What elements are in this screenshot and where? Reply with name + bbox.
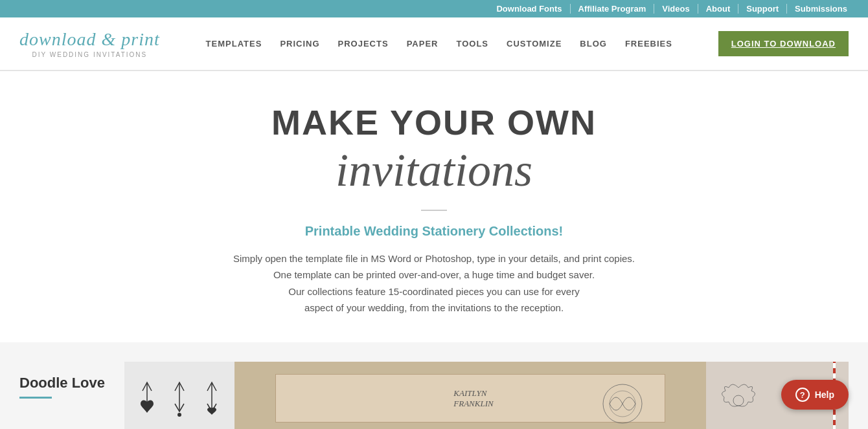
doodle-arrow-3-icon xyxy=(202,379,222,418)
card-label-underline xyxy=(19,397,52,399)
hero-divider xyxy=(421,210,447,211)
blog-nav[interactable]: BLOG xyxy=(571,39,616,49)
doodle-arrow-2-icon xyxy=(170,379,189,418)
doodle-icons xyxy=(131,373,228,424)
svg-point-6 xyxy=(733,395,744,406)
hero-title-top: MAKE YOUR OWN xyxy=(13,104,855,142)
hero-section: MAKE YOUR OWN invitations Printable Wedd… xyxy=(0,71,868,342)
main-navigation: TEMPLATES PRICING PROJECTS PAPER TOOLS C… xyxy=(197,39,681,49)
doodle-item-2 xyxy=(170,379,189,418)
help-button[interactable]: ? Help xyxy=(781,380,849,410)
doodle-image xyxy=(124,362,234,429)
logo: download & print DIY WEDDING INVITATIONS xyxy=(19,29,160,58)
hero-desc-line3: Our collections feature 15-coordinated p… xyxy=(288,286,579,297)
svg-point-2 xyxy=(177,413,181,417)
login-button[interactable]: LOGIN TO DOWNLOAD xyxy=(718,31,849,56)
floral-doodle-icon xyxy=(713,375,764,426)
paper-nav[interactable]: PAPER xyxy=(398,39,448,49)
support-link[interactable]: Support xyxy=(738,4,787,14)
hero-desc-line2: One template can be printed over-and-ove… xyxy=(273,269,595,280)
tools-nav[interactable]: TOOLS xyxy=(447,39,497,49)
envelope-name-2: FRANKLIN xyxy=(453,399,493,409)
doodle-item-1 xyxy=(137,379,157,418)
header: download & print DIY WEDDING INVITATIONS… xyxy=(0,17,868,71)
hero-subtitle: Printable Wedding Stationery Collections… xyxy=(13,224,855,239)
videos-link[interactable]: Videos xyxy=(654,4,698,14)
hero-title-italic: invitations xyxy=(13,145,855,196)
right-card-doodle xyxy=(713,375,764,429)
envelope-decoration-icon xyxy=(584,378,661,429)
logo-sub: DIY WEDDING INVITATIONS xyxy=(19,51,160,58)
pricing-nav[interactable]: PRICING xyxy=(271,39,328,49)
doodle-item-3 xyxy=(202,379,222,418)
hero-desc-line4: aspect of your wedding, from the invitat… xyxy=(304,302,564,313)
projects-nav[interactable]: PROJECTS xyxy=(329,39,398,49)
cards-section: Doodle Love xyxy=(0,342,868,429)
card-label-area: Doodle Love xyxy=(19,362,105,405)
download-fonts-link[interactable]: Download Fonts xyxy=(488,4,570,14)
doodle-arrow-1-icon xyxy=(137,379,157,418)
cards-content: KAITLYN FRANKLIN xyxy=(124,362,849,429)
help-icon: ? xyxy=(795,388,810,402)
help-label: Help xyxy=(815,390,834,400)
top-bar: Download Fonts Affiliate Program Videos … xyxy=(0,0,868,17)
card-label-title: Doodle Love xyxy=(19,375,105,391)
logo-text: download & print xyxy=(19,29,160,50)
affiliate-program-link[interactable]: Affiliate Program xyxy=(571,4,655,14)
about-link[interactable]: About xyxy=(698,4,739,14)
hero-description: Simply open the template file in MS Word… xyxy=(201,250,667,316)
templates-nav[interactable]: TEMPLATES xyxy=(197,39,271,49)
freebies-nav[interactable]: FREEBIES xyxy=(616,39,681,49)
hero-desc-line1: Simply open the template file in MS Word… xyxy=(233,253,635,264)
envelope-name-1: KAITLYN xyxy=(453,388,493,399)
customize-nav[interactable]: CUSTOMIZE xyxy=(497,39,571,49)
envelope-image: KAITLYN FRANKLIN xyxy=(234,362,706,429)
submissions-link[interactable]: Submissions xyxy=(787,4,855,14)
